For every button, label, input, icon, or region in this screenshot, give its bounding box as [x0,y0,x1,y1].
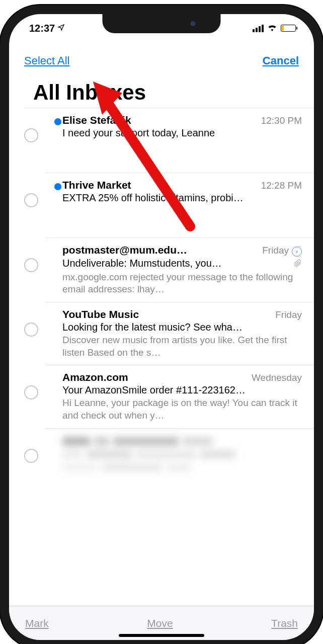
mail-item[interactable]: Thrive Market 12:28 PM EXTRA 25% off hol… [9,173,314,237]
email-subject: Your AmazonSmile order #111-223162… [50,384,302,396]
status-time: 12:37 [29,23,55,34]
home-indicator[interactable] [119,634,204,637]
email-time: 12:28 PM [261,180,302,191]
email-time: 12:30 PM [261,115,302,126]
select-checkbox[interactable] [24,128,38,142]
select-checkbox[interactable] [24,193,38,207]
email-preview: mx.google.com rejected your message to t… [50,271,302,296]
wifi-icon [267,23,277,34]
mail-list: Elise Stefanik 12:30 PM I need your supp… [9,108,314,606]
unread-indicator-icon [54,118,61,125]
thread-chevron-icon[interactable]: › [292,247,302,257]
battery-icon [281,25,296,32]
select-checkbox[interactable] [24,258,38,272]
select-all-button[interactable]: Select All [24,54,70,67]
select-checkbox[interactable] [24,449,38,463]
sender-name: Elise Stefanik [50,114,256,126]
select-checkbox[interactable] [24,385,38,399]
email-preview: Discover new music from artists you like… [50,334,302,359]
move-button[interactable]: Move [147,617,173,629]
cancel-button[interactable]: Cancel [263,54,299,67]
trash-button[interactable]: Trash [271,617,298,629]
mail-item-redacted[interactable] [9,429,314,478]
sender-name: Amazon.com [50,371,247,383]
email-time: Wednesday [252,372,302,383]
cellular-signal-icon [253,25,264,32]
email-subject: I need your support today, Leanne [50,127,302,139]
sender-name: Thrive Market [50,179,256,191]
email-time: Friday [275,309,302,320]
sender-name: postmaster@mum.edu… [50,244,257,256]
email-subject: Undeliverable: Mumstudents, you… [50,258,294,270]
mail-item[interactable]: Amazon.com Wednesday Your AmazonSmile or… [9,365,314,428]
sender-name: YouTube Music [50,308,270,320]
email-time: Friday [262,245,289,256]
mail-item[interactable]: YouTube Music Friday Looking for the lat… [9,302,314,365]
page-title: All Inboxes [9,72,314,108]
email-subject: Looking for the latest music? See wha… [50,321,302,333]
email-subject: EXTRA 25% off holistic vitamins, probi… [50,192,302,204]
select-checkbox[interactable] [24,323,38,337]
mark-button[interactable]: Mark [25,617,49,629]
email-preview: Hi Leanne, your package is on the way! Y… [50,397,302,422]
mail-item[interactable]: postmaster@mum.edu… Friday › Undeliverab… [9,238,314,302]
redacted-content [50,435,302,472]
location-services-icon [57,24,65,33]
attachment-icon [294,259,302,270]
unread-indicator-icon [54,183,61,190]
nav-bar: Select All Cancel [9,42,314,72]
mail-item[interactable]: Elise Stefanik 12:30 PM I need your supp… [9,108,314,173]
